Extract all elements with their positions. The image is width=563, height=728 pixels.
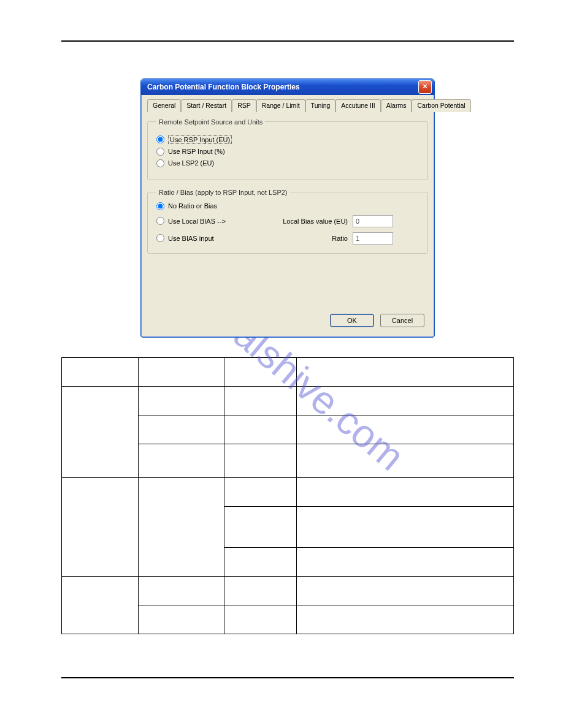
radio-bias-input-label: Use BIAS input xyxy=(168,235,214,242)
tab-rsp[interactable]: RSP xyxy=(232,99,256,112)
radio-no-ratio-label: No Ratio or Bias xyxy=(168,202,217,210)
ratio-input[interactable] xyxy=(353,232,393,245)
tab-alarms[interactable]: Alarms xyxy=(381,99,412,112)
table-row xyxy=(62,386,514,415)
tab-general[interactable]: General xyxy=(147,99,181,112)
layout-table xyxy=(61,357,514,634)
tab-range-limit[interactable]: Range / Limit xyxy=(256,99,305,112)
page-rule-bottom xyxy=(61,677,514,678)
tab-tuning[interactable]: Tuning xyxy=(305,99,336,112)
dialog-body: General Start / Restart RSP Range / Limi… xyxy=(141,95,434,337)
radio-rsp-percent-label: Use RSP Input (%) xyxy=(168,148,225,155)
tab-start-restart[interactable]: Start / Restart xyxy=(181,99,232,112)
table-row xyxy=(62,357,514,386)
radio-no-ratio[interactable] xyxy=(156,202,164,210)
radio-lsp2-eu-label: Use LSP2 (EU) xyxy=(168,159,214,167)
dialog-titlebar: Carbon Potential Function Block Properti… xyxy=(141,79,434,95)
ok-button[interactable]: OK xyxy=(330,314,374,327)
group-ratio-bias: Ratio / Bias (apply to RSP Input, not LS… xyxy=(147,189,428,254)
radio-bias-input[interactable] xyxy=(156,234,164,242)
tabstrip: General Start / Restart RSP Range / Limi… xyxy=(147,99,428,112)
tab-accutune[interactable]: Accutune III xyxy=(335,99,380,112)
radio-lsp2-eu[interactable] xyxy=(156,159,164,167)
radio-rsp-eu-label: Use RSP Input (EU) xyxy=(168,135,232,144)
ratio-label: Ratio xyxy=(267,235,353,242)
local-bias-input[interactable] xyxy=(353,215,393,227)
radio-rsp-percent[interactable] xyxy=(156,148,164,156)
properties-dialog: Carbon Potential Function Block Properti… xyxy=(140,78,435,338)
group-remote-setpoint: Remote Setpoint Source and Units Use RSP… xyxy=(147,118,428,180)
local-bias-label: Local Bias value (EU) xyxy=(267,218,353,225)
group-remote-setpoint-legend: Remote Setpoint Source and Units xyxy=(156,118,265,126)
close-icon[interactable]: × xyxy=(418,80,432,94)
radio-local-bias-label: Use Local BIAS --> xyxy=(168,218,226,225)
radio-local-bias[interactable] xyxy=(156,217,164,225)
cancel-button[interactable]: Cancel xyxy=(380,314,424,327)
radio-rsp-eu[interactable] xyxy=(156,135,164,143)
dialog-title: Carbon Potential Function Block Properti… xyxy=(147,83,300,91)
table-row xyxy=(62,477,514,506)
group-ratio-bias-legend: Ratio / Bias (apply to RSP Input, not LS… xyxy=(156,189,290,196)
table-row xyxy=(62,576,514,605)
tab-carbon-potential[interactable]: Carbon Potential xyxy=(412,99,470,112)
dialog-button-bar: OK Cancel xyxy=(147,305,428,330)
page-rule-top xyxy=(61,40,514,42)
